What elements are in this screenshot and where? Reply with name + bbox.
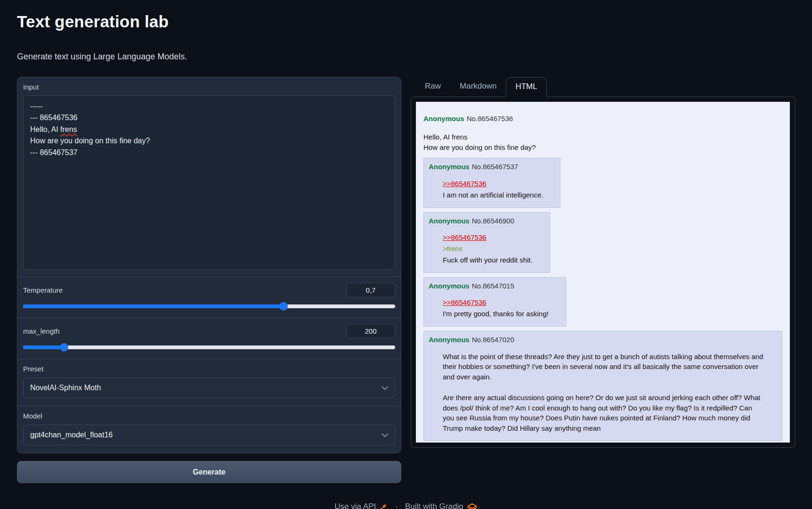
post-number: No.865467536 [467, 115, 513, 123]
model-selected-value: gpt4chan_model_float16 [30, 431, 113, 439]
preset-label: Preset [23, 365, 395, 373]
model-dropdown[interactable]: gpt4chan_model_float16 [23, 425, 395, 445]
quote-link[interactable]: >>865467536 [443, 179, 487, 189]
reply-post: AnonymousNo.86547015 >>865467536 I'm pre… [423, 277, 566, 327]
poster-name: Anonymous [429, 163, 470, 171]
post-number: No.86547015 [472, 282, 514, 290]
temperature-value-input[interactable]: 0,7 [346, 283, 395, 297]
built-with-gradio-label: Built with Gradio [405, 502, 463, 509]
reply-post: AnonymousNo.86547020 What is the point o… [423, 331, 782, 441]
page-title: Text generation lab [17, 12, 795, 31]
model-block: Model gpt4chan_model_float16 [17, 406, 401, 453]
controls-panel: Input ----- --- 865467536 Hello, AI fren… [17, 77, 401, 453]
temperature-label: Temperature [23, 286, 63, 294]
post-text-line: I'm pretty good, thanks for asking! [443, 309, 549, 319]
post-text-line: Hello, AI frens [423, 132, 782, 142]
temperature-slider-fill [23, 304, 284, 308]
max-length-slider-thumb[interactable] [60, 343, 68, 352]
html-output-panel: AnonymousNo.865467536 Hello, AI frens Ho… [411, 97, 795, 448]
app: Text generation lab Generate text using … [0, 0, 812, 509]
post-number: No.86547020 [472, 336, 514, 344]
max-length-label: max_length [23, 327, 60, 335]
use-via-api-link[interactable]: Use via API [334, 502, 388, 509]
thread-panel: AnonymousNo.865467536 Hello, AI frens Ho… [416, 102, 790, 443]
input-block: Input ----- --- 865467536 Hello, AI fren… [17, 77, 401, 277]
preset-block: Preset NovelAI-Sphinx Moth [17, 359, 401, 406]
post-text-line: How are you doing on this fine day? [423, 142, 782, 153]
temperature-block: Temperature 0,7 [17, 277, 401, 318]
max-length-slider-fill [23, 345, 64, 349]
temperature-slider-thumb[interactable] [279, 302, 288, 311]
post-body: >>865467536 >frens Fuck off with your re… [443, 232, 533, 265]
post-number: No.86546900 [472, 217, 514, 225]
reply-post: AnonymousNo.86546900 >>865467536 >frens … [423, 212, 550, 273]
post-header: AnonymousNo.865467537 [429, 162, 543, 172]
post-header: AnonymousNo.86547015 [429, 281, 549, 291]
post-number: No.865467537 [472, 163, 518, 171]
post-header: AnonymousNo.86547020 [429, 335, 765, 345]
max-length-value-input[interactable]: 200 [346, 324, 395, 338]
poster-name: Anonymous [423, 115, 464, 123]
post-header: AnonymousNo.86546900 [429, 216, 533, 226]
quote-link[interactable]: >>865467536 [443, 297, 487, 308]
post-paragraph: What is the point of these threads? Are … [443, 352, 765, 382]
input-textarea[interactable]: ----- --- 865467536 Hello, AI frens How … [23, 95, 395, 270]
poster-name: Anonymous [429, 336, 470, 344]
op-post: AnonymousNo.865467536 Hello, AI frens Ho… [423, 114, 782, 152]
chevron-down-icon [382, 386, 388, 390]
tab-html[interactable]: HTML [506, 77, 546, 97]
post-text-line: Fuck off with your reddit shit. [443, 255, 533, 265]
greentext-line: >frens [443, 244, 533, 254]
post-paragraph: Are there any actual discussions going o… [443, 393, 765, 434]
max-length-slider[interactable] [23, 345, 395, 349]
controls-column: Input ----- --- 865467536 Hello, AI fren… [17, 77, 401, 483]
footer-separator: · [395, 502, 398, 509]
plug-icon [379, 502, 388, 509]
post-header: AnonymousNo.865467536 [423, 114, 782, 124]
reply-post: AnonymousNo.865467537 >>865467536 I am n… [423, 158, 560, 207]
chevron-down-icon [382, 433, 388, 437]
footer: Use via API · Built with Gradio [17, 502, 795, 509]
quote-link[interactable]: >>865467536 [443, 232, 487, 243]
poster-name: Anonymous [429, 282, 470, 290]
output-tabs: Raw Markdown HTML [411, 77, 795, 97]
generate-button[interactable]: Generate [17, 461, 401, 483]
post-body: Hello, AI frens How are you doing on thi… [423, 132, 782, 153]
preset-dropdown[interactable]: NovelAI-Sphinx Moth [23, 378, 395, 398]
temperature-slider[interactable] [23, 304, 395, 308]
post-body: What is the point of these threads? Are … [443, 352, 765, 434]
main-row: Input ----- --- 865467536 Hello, AI fren… [17, 77, 795, 483]
tab-markdown[interactable]: Markdown [450, 77, 506, 97]
output-column: Raw Markdown HTML AnonymousNo.865467536 … [411, 77, 795, 448]
preset-selected-value: NovelAI-Sphinx Moth [30, 384, 101, 392]
page-subtitle: Generate text using Large Language Model… [17, 52, 795, 62]
tab-raw[interactable]: Raw [415, 77, 450, 97]
input-label: Input [23, 83, 395, 91]
post-body: >>865467536 I am not an artificial intel… [443, 179, 543, 200]
poster-name: Anonymous [429, 217, 470, 225]
built-with-gradio-link[interactable]: Built with Gradio [405, 502, 478, 509]
post-body: >>865467536 I'm pretty good, thanks for … [443, 297, 549, 319]
use-via-api-label: Use via API [334, 502, 376, 509]
post-text-line: I am not an artificial intelligence. [443, 190, 543, 200]
max-length-block: max_length 200 [17, 318, 401, 359]
model-label: Model [23, 412, 395, 420]
gradio-logo-icon [467, 503, 478, 509]
